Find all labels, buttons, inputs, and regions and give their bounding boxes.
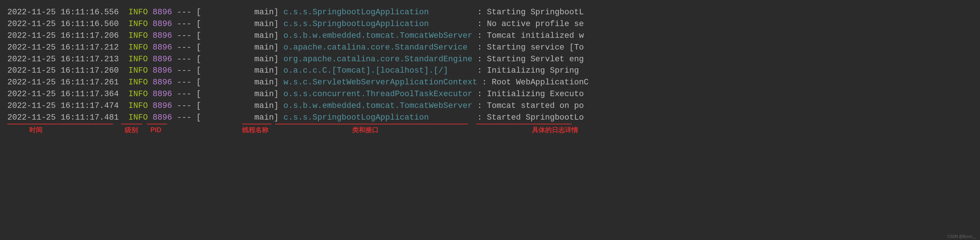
logger-name: o.a.c.c.C.[Tomcat].[localhost].[/] bbox=[284, 65, 473, 77]
bracket-close: ] bbox=[274, 42, 278, 54]
log-output: 2022-11-25 16:11:16.556 INFO 8896 --- [ … bbox=[7, 6, 973, 124]
thread-name: main bbox=[254, 30, 274, 42]
logger-name: o.s.b.w.embedded.tomcat.TomcatWebServer bbox=[284, 30, 473, 42]
separator: --- bbox=[177, 54, 191, 65]
colon-separator: : bbox=[477, 18, 482, 30]
log-level: INFO bbox=[129, 30, 148, 42]
pid: 8896 bbox=[153, 18, 172, 30]
timestamp: 2022-11-25 16:11:17.474 bbox=[7, 100, 119, 112]
thread-name: main bbox=[254, 18, 274, 30]
log-message: No active profile se bbox=[487, 18, 584, 30]
label-message: 具体的日志详情 bbox=[532, 125, 578, 135]
timestamp: 2022-11-25 16:11:17.260 bbox=[7, 65, 119, 77]
bracket-open: [ bbox=[196, 6, 201, 18]
bracket-close: ] bbox=[274, 54, 278, 65]
timestamp: 2022-11-25 16:11:17.206 bbox=[7, 30, 119, 42]
timestamp: 2022-11-25 16:11:17.261 bbox=[7, 77, 119, 89]
bracket-open: [ bbox=[196, 77, 201, 89]
separator: --- bbox=[177, 77, 191, 89]
bracket-open: [ bbox=[196, 42, 201, 54]
colon-separator: : bbox=[477, 6, 482, 18]
label-logger: 类和接口 bbox=[352, 125, 379, 135]
colon-separator: : bbox=[482, 77, 487, 89]
log-level: INFO bbox=[129, 89, 148, 100]
underline-level bbox=[121, 124, 142, 124]
bracket-close: ] bbox=[274, 30, 278, 42]
pid: 8896 bbox=[153, 77, 172, 89]
colon-separator: : bbox=[477, 30, 482, 42]
log-level: INFO bbox=[129, 65, 148, 77]
pid: 8896 bbox=[153, 54, 172, 65]
thread-name: main bbox=[254, 65, 274, 77]
timestamp: 2022-11-25 16:11:17.212 bbox=[7, 42, 119, 54]
timestamp: 2022-11-25 16:11:17.364 bbox=[7, 89, 119, 100]
log-message: Tomcat started on po bbox=[487, 100, 584, 112]
underline-logger bbox=[275, 124, 468, 124]
timestamp: 2022-11-25 16:11:16.556 bbox=[7, 6, 119, 18]
bracket-open: [ bbox=[196, 65, 201, 77]
log-line: 2022-11-25 16:11:17.213 INFO 8896 --- [ … bbox=[7, 54, 973, 65]
separator: --- bbox=[177, 30, 191, 42]
thread-name: main bbox=[254, 77, 274, 89]
log-line: 2022-11-25 16:11:16.556 INFO 8896 --- [ … bbox=[7, 6, 973, 18]
log-line: 2022-11-25 16:11:17.261 INFO 8896 --- [ … bbox=[7, 77, 973, 89]
log-level: INFO bbox=[129, 6, 148, 18]
thread-name: main bbox=[254, 54, 274, 65]
bracket-open: [ bbox=[196, 54, 201, 65]
underline-time bbox=[7, 124, 113, 124]
underline-message bbox=[476, 124, 572, 124]
log-level: INFO bbox=[129, 100, 148, 112]
bracket-close: ] bbox=[274, 100, 278, 112]
colon-separator: : bbox=[477, 100, 482, 112]
log-line: 2022-11-25 16:11:17.364 INFO 8896 --- [ … bbox=[7, 89, 973, 100]
label-thread: 线程名称 bbox=[242, 125, 269, 135]
thread-name: main bbox=[254, 42, 274, 54]
log-line: 2022-11-25 16:11:17.206 INFO 8896 --- [ … bbox=[7, 30, 973, 42]
pid: 8896 bbox=[153, 100, 172, 112]
logger-name: c.s.s.SpringbootLogApplication bbox=[284, 18, 473, 30]
underline-pid bbox=[147, 124, 167, 124]
bracket-close: ] bbox=[274, 65, 278, 77]
log-line: 2022-11-25 16:11:17.260 INFO 8896 --- [ … bbox=[7, 65, 973, 77]
timestamp: 2022-11-25 16:11:16.560 bbox=[7, 18, 119, 30]
annotation-row: 时间 级别 PID 线程名称 类和接口 具体的日志详情 bbox=[7, 122, 973, 141]
log-message: Tomcat initialized w bbox=[487, 30, 584, 42]
thread-name: main bbox=[254, 100, 274, 112]
log-message: Initializing Spring bbox=[487, 65, 579, 77]
pid: 8896 bbox=[153, 42, 172, 54]
logger-name: o.s.b.w.embedded.tomcat.TomcatWebServer bbox=[284, 100, 473, 112]
log-line: 2022-11-25 16:11:17.474 INFO 8896 --- [ … bbox=[7, 100, 973, 112]
bracket-open: [ bbox=[196, 18, 201, 30]
log-level: INFO bbox=[129, 42, 148, 54]
timestamp: 2022-11-25 16:11:17.213 bbox=[7, 54, 119, 65]
separator: --- bbox=[177, 42, 191, 54]
log-message: Initializing Executo bbox=[487, 89, 584, 100]
log-level: INFO bbox=[129, 54, 148, 65]
log-message: Starting Servlet eng bbox=[487, 54, 584, 65]
logger-name: c.s.s.SpringbootLogApplication bbox=[284, 6, 473, 18]
label-level: 级别 bbox=[125, 125, 138, 135]
separator: --- bbox=[177, 100, 191, 112]
colon-separator: : bbox=[477, 54, 482, 65]
log-level: INFO bbox=[129, 77, 148, 89]
separator: --- bbox=[177, 89, 191, 100]
colon-separator: : bbox=[477, 42, 482, 54]
bracket-close: ] bbox=[274, 77, 278, 89]
pid: 8896 bbox=[153, 30, 172, 42]
colon-separator: : bbox=[477, 89, 482, 100]
separator: --- bbox=[177, 18, 191, 30]
logger-name: w.s.c.ServletWebServerApplicationContext bbox=[284, 77, 477, 89]
label-pid: PID bbox=[150, 125, 161, 135]
bracket-close: ] bbox=[274, 6, 278, 18]
log-message: Starting service [To bbox=[487, 42, 584, 54]
bracket-close: ] bbox=[274, 89, 278, 100]
bracket-close: ] bbox=[274, 18, 278, 30]
log-line: 2022-11-25 16:11:16.560 INFO 8896 --- [ … bbox=[7, 18, 973, 30]
logger-name: org.apache.catalina.core.StandardEngine bbox=[284, 54, 473, 65]
bracket-open: [ bbox=[196, 100, 201, 112]
log-message: Root WebApplicationC bbox=[492, 77, 589, 89]
bracket-open: [ bbox=[196, 89, 201, 100]
thread-name: main bbox=[254, 6, 274, 18]
colon-separator: : bbox=[477, 65, 482, 77]
thread-name: main bbox=[254, 89, 274, 100]
